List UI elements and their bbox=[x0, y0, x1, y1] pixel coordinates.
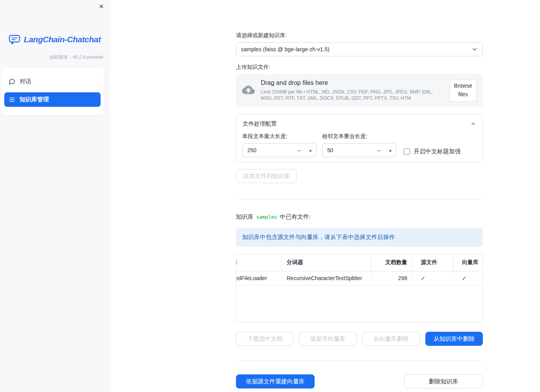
cell-vector-store-check: ✓ bbox=[453, 271, 483, 285]
existing-files-suffix: 中已有文件: bbox=[280, 213, 311, 221]
upload-label: 上传知识文件: bbox=[236, 64, 483, 71]
list-icon bbox=[9, 96, 15, 103]
delete-from-kb-button[interactable]: 从知识库中删除 bbox=[425, 332, 483, 346]
kb-select-label: 请选择或新建知识库: bbox=[236, 32, 483, 39]
chunk-size-decrement-button[interactable]: − bbox=[293, 147, 305, 154]
browse-files-button[interactable]: Browse files bbox=[449, 79, 477, 101]
sidebar-item-knowledge-base[interactable]: 知识库管理 bbox=[4, 92, 101, 107]
col-header-vector-store[interactable]: 向量库 bbox=[453, 254, 483, 271]
chinese-title-enhance-label: 开启中文标题加强 bbox=[414, 148, 461, 155]
chunk-size-field: 单段文本最大长度: 250 − + bbox=[242, 133, 317, 157]
kb-actions-row: 依据源文件重建向量库 删除知识库 bbox=[236, 374, 483, 388]
cell-source-file-check: ✓ bbox=[412, 271, 453, 285]
dropzone-texts: Drag and drop files here Limit 200MB per… bbox=[261, 79, 443, 101]
chunk-size-value[interactable]: 250 bbox=[243, 147, 293, 153]
dropzone-title: Drag and drop files here bbox=[261, 79, 443, 86]
cell-loader: UnstructuredFileLoader bbox=[236, 271, 282, 285]
sidebar-close-icon[interactable]: × bbox=[99, 2, 104, 10]
overlap-size-decrement-button[interactable]: − bbox=[373, 147, 385, 154]
version-text: 当前版本：v0.2.6-preview bbox=[0, 54, 109, 61]
cell-doc-count: 299 bbox=[371, 271, 412, 285]
cloud-upload-icon bbox=[242, 85, 255, 96]
chevron-down-icon bbox=[472, 46, 478, 52]
file-config-expander: 文件处理配置 单段文本最大长度: 250 − + 相邻文本重合长度: bbox=[236, 114, 483, 163]
kb-select-value: samples (faiss @ bge-large-zh-v1.5) bbox=[241, 46, 329, 52]
logo-chat-icon bbox=[9, 34, 20, 45]
table-empty-area bbox=[236, 285, 483, 322]
divider bbox=[236, 199, 483, 200]
add-files-to-kb-button[interactable]: 添加文件到知识库 bbox=[236, 169, 297, 183]
overlap-size-input[interactable]: 50 − + bbox=[322, 143, 396, 157]
nav-label-chat: 对话 bbox=[20, 78, 31, 85]
sidebar-nav: 对话 知识库管理 bbox=[1, 68, 104, 115]
download-selected-button[interactable]: 下载选中文档 bbox=[236, 332, 293, 346]
col-header-doc-count[interactable]: 文档数量 bbox=[371, 254, 412, 271]
col-header-splitter[interactable]: 分词器 bbox=[282, 254, 371, 271]
overlap-size-increment-button[interactable]: + bbox=[385, 147, 396, 154]
delete-from-vector-store-button[interactable]: 从向量库删除 bbox=[362, 332, 420, 346]
chevron-up-icon bbox=[470, 121, 476, 127]
nav-label-knowledge-base: 知识库管理 bbox=[20, 96, 49, 103]
logo-text: LangChain-Chatchat bbox=[24, 35, 101, 44]
chat-bubble-icon bbox=[9, 78, 15, 85]
file-dropzone[interactable]: Drag and drop files here Limit 200MB per… bbox=[236, 74, 483, 107]
file-actions-row: 下载选中文档 添加至向量库 从向量库删除 从知识库中删除 bbox=[236, 332, 483, 346]
delete-kb-button[interactable]: 删除知识库 bbox=[404, 374, 483, 388]
cell-splitter: RecursiveCharacterTextSplitter bbox=[282, 271, 371, 285]
expander-header[interactable]: 文件处理配置 bbox=[236, 115, 482, 130]
chunk-size-label: 单段文本最大长度: bbox=[242, 133, 317, 140]
divider bbox=[236, 360, 483, 361]
main-content: 请选择或新建知识库: samples (faiss @ bge-large-zh… bbox=[110, 0, 540, 392]
chunk-size-increment-button[interactable]: + bbox=[305, 147, 316, 154]
chunk-size-input[interactable]: 250 − + bbox=[242, 143, 317, 157]
col-header-source-file[interactable]: 源文件 bbox=[412, 254, 453, 271]
expander-title: 文件处理配置 bbox=[243, 120, 277, 128]
overlap-size-label: 相邻文本重合长度: bbox=[322, 133, 396, 140]
overlap-size-value[interactable]: 50 bbox=[322, 147, 373, 153]
add-to-vector-store-button[interactable]: 添加至向量库 bbox=[299, 332, 356, 346]
existing-files-heading: 知识库 samples 中已有文件: bbox=[236, 213, 483, 221]
app-logo: LangChain-Chatchat bbox=[0, 34, 109, 45]
kb-name-code: samples bbox=[256, 214, 277, 220]
overlap-size-field: 相邻文本重合长度: 50 − + bbox=[322, 133, 396, 157]
sidebar-item-chat[interactable]: 对话 bbox=[4, 74, 101, 89]
chinese-title-enhance-field: 开启中文标题加强 bbox=[403, 146, 461, 157]
chinese-title-enhance-checkbox[interactable] bbox=[403, 148, 410, 155]
kb-select[interactable]: samples (faiss @ bge-large-zh-v1.5) bbox=[236, 42, 483, 56]
sidebar: × LangChain-Chatchat 当前版本：v0.2.6-preview… bbox=[0, 0, 110, 392]
table-row[interactable]: UnstructuredFileLoader RecursiveCharacte… bbox=[236, 271, 483, 285]
expander-body: 单段文本最大长度: 250 − + 相邻文本重合长度: 50 − + bbox=[236, 130, 482, 162]
info-banner: 知识库中包含源文件与向量库，请从下表中选择文件后操作 bbox=[236, 228, 483, 247]
existing-files-prefix: 知识库 bbox=[236, 213, 254, 221]
table-header-row: 文档加载器 分词器 文档数量 源文件 向量库 bbox=[236, 254, 483, 271]
rebuild-vector-store-button[interactable]: 依据源文件重建向量库 bbox=[236, 374, 315, 388]
dropzone-hint: Limit 200MB per file • HTML, MD, JSON, C… bbox=[261, 89, 443, 101]
col-header-loader[interactable]: 文档加载器 bbox=[236, 254, 282, 271]
files-table[interactable]: 文档加载器 分词器 文档数量 源文件 向量库 UnstructuredFileL… bbox=[236, 254, 483, 322]
